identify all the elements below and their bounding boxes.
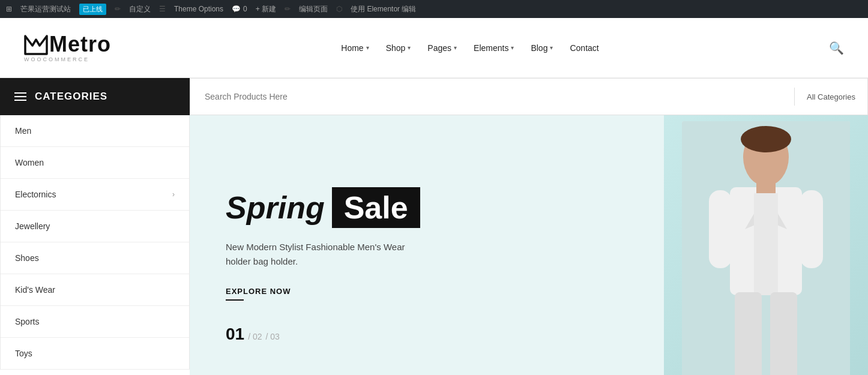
sep4: ⬡ — [336, 5, 342, 13]
categories-title: CATEGORIES — [35, 91, 107, 103]
svg-rect-11 — [770, 292, 797, 375]
chevron-down-icon: ▾ — [408, 44, 411, 51]
chevron-down-icon: ▾ — [454, 44, 457, 51]
svg-rect-12 — [756, 181, 776, 193]
logo-wordmark: Metro — [24, 34, 111, 55]
category-electronics[interactable]: Electornics › — [1, 179, 189, 211]
nav-pages[interactable]: Pages ▾ — [427, 43, 457, 53]
hero-area: All Categories Spring Sale New Modern St… — [190, 78, 868, 375]
hamburger-icon — [14, 92, 26, 101]
chevron-right-icon: › — [172, 190, 175, 199]
hero-model-image — [664, 115, 868, 375]
svg-marker-0 — [25, 36, 47, 54]
sep1: ✏ — [115, 5, 121, 13]
explore-now-button[interactable]: EXPLORE NOW — [226, 287, 420, 301]
category-shoes[interactable]: Shoes — [1, 242, 189, 274]
nav-elements[interactable]: Elements ▾ — [474, 43, 514, 53]
logo-m-icon — [24, 34, 48, 55]
category-sports[interactable]: Sports — [1, 306, 189, 338]
comments-link[interactable]: 💬 0 — [232, 5, 247, 13]
categories-sidebar: CATEGORIES Men Women Electornics › Jewel… — [0, 78, 190, 375]
sep3: ✏ — [285, 5, 291, 13]
slide-sep2: / 03 — [266, 332, 280, 341]
slide-active: 01 — [226, 325, 244, 344]
nav-shop[interactable]: Shop ▾ — [386, 43, 411, 53]
categories-header: CATEGORIES — [0, 78, 190, 115]
svg-point-3 — [741, 126, 791, 152]
model-silhouette — [682, 121, 850, 375]
slide-sep1: / 02 — [248, 332, 262, 341]
explore-label: EXPLORE NOW — [226, 287, 420, 296]
hero-banner: Spring Sale New Modern Stylist Fashionab… — [190, 115, 868, 375]
main-navigation: Home ▾ Shop ▾ Pages ▾ Elements ▾ Blog ▾ … — [341, 43, 598, 53]
search-category-selector[interactable]: All Categories — [795, 92, 867, 101]
slide-indicators: 01 / 02 / 03 — [226, 325, 420, 344]
hero-spring-text: Spring — [226, 190, 325, 226]
wp-icon[interactable]: ⊞ — [6, 5, 12, 13]
header-search-button[interactable]: 🔍 — [829, 41, 844, 55]
nav-contact[interactable]: Contact — [570, 43, 598, 53]
hero-sale-badge: Sale — [332, 187, 420, 228]
site-logo[interactable]: Metro WOOCOMMERCE — [24, 34, 111, 62]
category-list: Men Women Electornics › Jewellery Shoes … — [0, 115, 190, 370]
elementor-edit-link[interactable]: 使用 Elementor 编辑 — [351, 4, 416, 14]
svg-rect-9 — [800, 190, 823, 268]
chevron-down-icon: ▾ — [511, 44, 514, 51]
site-name[interactable]: 芒果运营测试站 — [20, 4, 71, 14]
nav-home[interactable]: Home ▾ — [341, 43, 369, 53]
logo-subtitle: WOOCOMMERCE — [24, 56, 89, 62]
site-header: Metro WOOCOMMERCE Home ▾ Shop ▾ Pages ▾ … — [0, 18, 868, 78]
sep2: ☰ — [159, 5, 166, 13]
svg-rect-8 — [709, 190, 732, 268]
nav-blog[interactable]: Blog ▾ — [531, 43, 553, 53]
hero-subtitle: New Modern Stylist Fashionable Men's Wea… — [226, 240, 420, 269]
svg-rect-7 — [754, 193, 778, 295]
chevron-down-icon: ▾ — [366, 44, 369, 51]
explore-underline — [226, 299, 244, 301]
edit-page-link[interactable]: 编辑页面 — [299, 4, 328, 14]
model-svg — [682, 121, 850, 375]
online-badge: 已上线 — [79, 4, 106, 15]
svg-rect-10 — [735, 292, 762, 375]
theme-options-link[interactable]: Theme Options — [174, 5, 223, 13]
hero-headline: Spring Sale — [226, 187, 420, 228]
hero-content: Spring Sale New Modern Stylist Fashionab… — [190, 115, 456, 375]
category-women[interactable]: Women — [1, 147, 189, 179]
new-post-link[interactable]: + 新建 — [256, 4, 276, 14]
category-men[interactable]: Men — [1, 115, 189, 147]
customize-link[interactable]: 自定义 — [129, 4, 151, 14]
category-jewellery[interactable]: Jewellery — [1, 211, 189, 242]
search-input[interactable] — [190, 92, 794, 101]
chevron-down-icon: ▾ — [550, 44, 553, 51]
category-toys[interactable]: Toys — [1, 338, 189, 370]
search-bar: All Categories — [190, 78, 868, 115]
admin-bar: ⊞ 芒果运营测试站 已上线 ✏ 自定义 ☰ Theme Options 💬 0 … — [0, 0, 868, 18]
category-kids-wear[interactable]: Kid's Wear — [1, 274, 189, 306]
main-content: CATEGORIES Men Women Electornics › Jewel… — [0, 78, 868, 375]
